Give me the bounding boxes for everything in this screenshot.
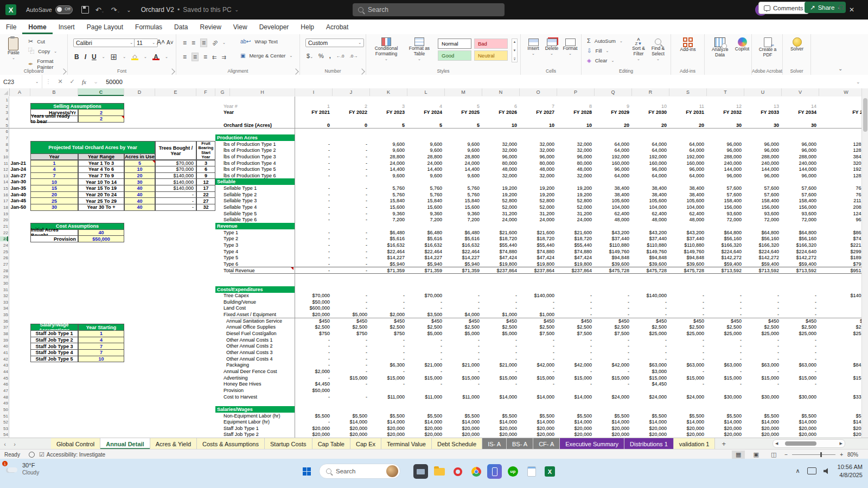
create-pdf-button[interactable]: ∞ Create a PDF [756, 37, 779, 58]
value-cell[interactable]: - [295, 343, 333, 349]
value-cell[interactable]: 158,400 [782, 197, 819, 204]
value-cell[interactable]: $20,000 [707, 425, 744, 432]
value-cell[interactable]: 7,200 [407, 216, 445, 223]
value-cell[interactable]: - [445, 368, 482, 375]
solver-button[interactable]: Solver [788, 37, 806, 52]
row-label[interactable]: Sellable Type 1 [222, 185, 293, 191]
column-header-D[interactable]: D [124, 88, 155, 96]
sheet-tab-annual-detail[interactable]: Annual Detail [100, 438, 150, 450]
value-cell[interactable]: $149,760 [669, 248, 707, 255]
value-cell[interactable]: $20,000 [407, 431, 445, 438]
value-cell[interactable]: 240,000 [707, 160, 744, 166]
style-gallery-item-good[interactable]: Good [438, 50, 471, 61]
row-header-27[interactable]: 27 [0, 262, 8, 267]
insert-function-icon[interactable]: fx [78, 79, 90, 85]
value-cell[interactable]: $33,000 [819, 394, 861, 400]
value-cell[interactable]: 96,000 [669, 166, 707, 172]
value-cell[interactable]: - [595, 356, 632, 362]
sheet-tab-global-control[interactable]: Global Control [51, 438, 100, 450]
row-label[interactable]: lbs of Production Type 2 [222, 147, 293, 153]
date-label[interactable]: Jan-21 [9, 160, 29, 166]
value-cell[interactable]: $20,000 [557, 431, 595, 438]
value-cell[interactable]: $94,848 [669, 254, 707, 261]
value-cell[interactable]: $50,000 [295, 387, 333, 394]
increase-indent-icon[interactable]: ⇉ [221, 54, 226, 60]
row-label[interactable]: Type 4 [222, 248, 293, 255]
value-cell[interactable]: $140,000 [632, 292, 669, 299]
value-cell[interactable]: $2,000 [295, 368, 333, 375]
value-cell[interactable]: - [520, 343, 557, 349]
value-cell[interactable]: $21,000 [407, 362, 445, 368]
value-cell[interactable]: $14,000 [819, 419, 861, 425]
autosave-switch[interactable]: Off [55, 5, 73, 14]
value-cell[interactable]: $20,000 [669, 431, 707, 438]
value-cell[interactable]: $20,000 [370, 431, 407, 438]
column-header-P[interactable]: P [557, 88, 595, 96]
value-cell[interactable]: $14,000 [669, 419, 707, 425]
value-cell[interactable]: - [744, 299, 782, 305]
value-cell[interactable]: FY 2035 [819, 109, 861, 115]
menu-tab-help[interactable]: Help [295, 20, 320, 34]
row-label[interactable]: Equipment Labor (hr) [222, 419, 293, 425]
value-cell[interactable]: $299,520 [819, 248, 861, 255]
row-header-34[interactable]: 34 [0, 306, 8, 311]
clock[interactable]: 10:56 AM4/8/2025 [838, 463, 863, 479]
value-cell[interactable]: 158,400 [744, 197, 782, 204]
expand-formula-bar-icon[interactable]: ⌄ [856, 79, 860, 85]
value-cell[interactable]: 96,000 [782, 172, 819, 179]
value-cell[interactable]: 31,200 [557, 210, 595, 217]
value-cell[interactable]: FY 2027 [520, 109, 557, 115]
sort-filter-button[interactable]: AZ▼ Sort & Filter⌄ [629, 37, 648, 61]
value-cell[interactable]: - [520, 349, 557, 356]
value-cell[interactable]: $14,000 [557, 394, 595, 400]
value-cell[interactable]: $70,000 [295, 292, 333, 299]
value-cell[interactable]: $14,227 [370, 254, 407, 261]
value-cell[interactable]: - [819, 299, 861, 305]
grow-font-icon[interactable]: A˄ [157, 38, 165, 46]
row-label[interactable]: Type 2 [222, 235, 293, 242]
value-cell[interactable]: $5,500 [482, 413, 520, 419]
value-cell[interactable]: 14,400 [407, 166, 445, 172]
value-cell[interactable]: - [295, 191, 333, 198]
value-cell[interactable]: $71,359 [445, 267, 482, 274]
value-cell[interactable]: 93,600 [707, 210, 744, 217]
value-cell[interactable]: $15,000 [632, 375, 669, 381]
value-cell[interactable]: $30,000 [782, 394, 819, 400]
value-cell[interactable]: $74,880 [557, 248, 595, 255]
sheet-tab-cf-a[interactable]: CF- A [533, 438, 560, 450]
value-cell[interactable]: - [333, 153, 370, 160]
row-header-2[interactable]: 2 [0, 104, 8, 109]
value-cell[interactable]: $25,000 [819, 330, 861, 337]
sheet-tab-is-a[interactable]: IS- A [482, 438, 507, 450]
value-cell[interactable]: FY 2034 [782, 109, 819, 115]
value-cell[interactable]: - [557, 381, 595, 387]
value-cell[interactable]: - [333, 362, 370, 368]
value-cell[interactable]: FY 2026 [482, 109, 520, 115]
value-cell[interactable]: - [333, 229, 370, 236]
value-cell[interactable]: - [520, 356, 557, 362]
value-cell[interactable]: 96,000 [744, 141, 782, 147]
row-header-28[interactable]: 28 [0, 268, 8, 273]
value-cell[interactable]: $1,000 [520, 311, 557, 318]
sheet-nav-next-icon[interactable]: › [10, 438, 20, 450]
value-cell[interactable]: 93,600 [782, 210, 819, 217]
row-label[interactable]: lbs of Production Type 5 [222, 166, 293, 172]
value-cell[interactable]: - [295, 141, 333, 147]
value-cell[interactable]: - [707, 311, 744, 318]
value-cell[interactable]: 192,000 [632, 153, 669, 160]
value-cell[interactable]: $450 [819, 318, 861, 324]
value-cell[interactable]: $5,616 [407, 235, 445, 242]
row-header-54[interactable]: 54 [0, 432, 8, 437]
value-cell[interactable]: 9,600 [370, 172, 407, 179]
row-label[interactable]: Sellable Type 3 [222, 197, 293, 204]
column-header-U[interactable]: U [744, 88, 782, 96]
network-icon[interactable] [807, 467, 816, 474]
value-cell[interactable]: - [744, 356, 782, 362]
row-header-49[interactable]: 49 [0, 401, 8, 406]
row-header-6[interactable]: 6 [0, 129, 8, 134]
value-cell[interactable]: $11,000 [407, 394, 445, 400]
row-header-1[interactable]: 1 [0, 98, 8, 102]
value-cell[interactable]: 5 [407, 122, 445, 129]
sheet-tab-costs-assumptions[interactable]: Costs & Assumptions [197, 438, 265, 450]
value-cell[interactable]: - [333, 305, 370, 311]
